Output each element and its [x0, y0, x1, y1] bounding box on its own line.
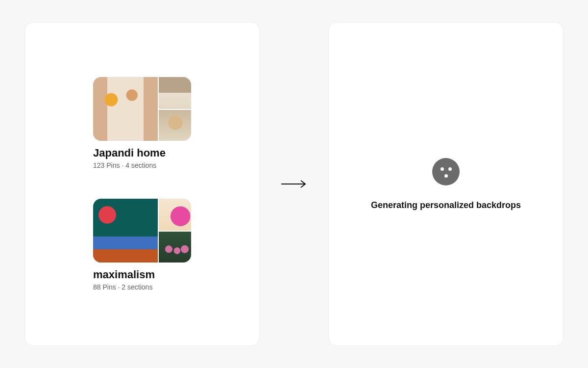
board-image-main: [93, 199, 158, 263]
board-image-main: [93, 77, 158, 141]
source-boards-panel: Japandi home 123 Pins · 4 sections maxim…: [24, 22, 260, 346]
board-thumbnail: [93, 199, 191, 263]
loading-spinner-icon: [432, 158, 460, 185]
board-japandi-home[interactable]: Japandi home 123 Pins · 4 sections: [93, 77, 191, 169]
generation-status-text: Generating personalized backdrops: [371, 200, 521, 210]
board-image-tertiary: [159, 110, 191, 141]
board-thumbnail: [93, 77, 191, 141]
board-title: Japandi home: [93, 147, 191, 159]
board-list: Japandi home 123 Pins · 4 sections maxim…: [93, 77, 191, 291]
board-image-secondary: [159, 77, 191, 109]
generation-panel: Generating personalized backdrops: [328, 22, 564, 346]
generation-status: Generating personalized backdrops: [371, 158, 521, 210]
board-title: maximalism: [93, 268, 191, 281]
board-image-secondary: [159, 199, 191, 231]
arrow-right-icon: [279, 179, 309, 189]
board-meta: 88 Pins · 2 sections: [93, 283, 191, 291]
board-maximalism[interactable]: maximalism 88 Pins · 2 sections: [93, 199, 191, 291]
board-image-tertiary: [159, 232, 191, 263]
board-meta: 123 Pins · 4 sections: [93, 161, 191, 169]
